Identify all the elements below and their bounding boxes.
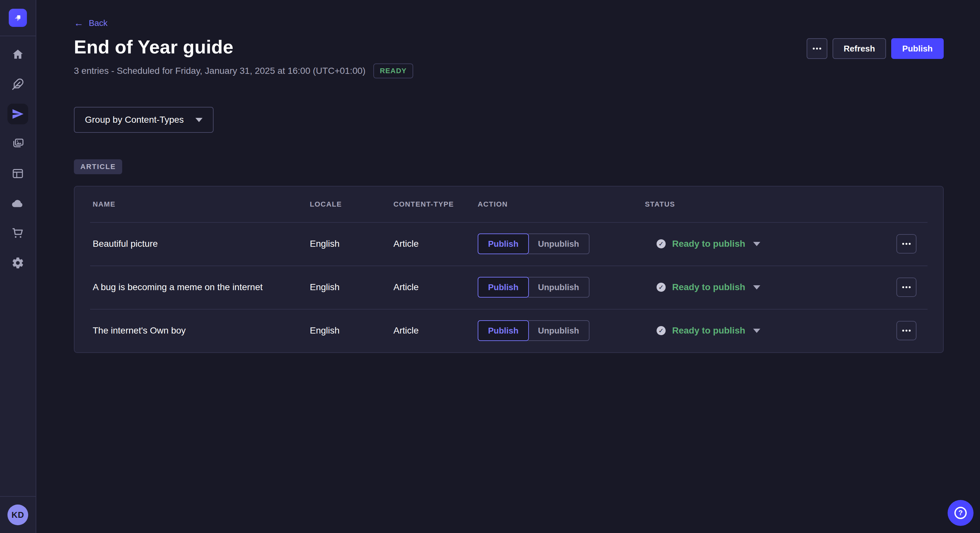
table-row: A bug is becoming a meme on the internet… xyxy=(75,265,943,309)
status-label: Ready to publish xyxy=(672,282,745,292)
entry-status[interactable]: ✓ Ready to publish xyxy=(645,325,896,336)
publish-toggle[interactable]: Publish xyxy=(478,233,529,254)
status-label: Ready to publish xyxy=(672,239,745,249)
paper-plane-icon xyxy=(11,108,24,121)
release-subtitle: 3 entries - Scheduled for Friday, Januar… xyxy=(74,66,366,76)
chevron-down-icon xyxy=(753,242,760,246)
page-title: End of Year guide xyxy=(74,36,413,58)
help-button[interactable]: ? xyxy=(948,500,974,526)
entry-status[interactable]: ✓ Ready to publish xyxy=(645,282,896,292)
cart-icon xyxy=(11,227,24,240)
content-type-group-badge: ARTICLE xyxy=(74,159,122,174)
entry-locale: English xyxy=(310,239,393,249)
row-more-button[interactable] xyxy=(896,321,916,340)
chevron-down-icon xyxy=(753,329,760,333)
back-link[interactable]: ← Back xyxy=(74,18,108,28)
entry-more-cell xyxy=(896,234,917,254)
back-label: Back xyxy=(89,18,108,28)
sidebar-logo-section xyxy=(0,0,36,36)
check-circle-icon: ✓ xyxy=(657,326,666,335)
unpublish-toggle[interactable]: Unpublish xyxy=(528,277,590,298)
question-mark-icon: ? xyxy=(955,507,967,519)
subtitle-row: 3 entries - Scheduled for Friday, Januar… xyxy=(74,63,413,78)
group-by-label: Group by Content-Types xyxy=(85,115,184,125)
sidebar-item-content-type-builder[interactable] xyxy=(8,163,28,184)
avatar[interactable]: KD xyxy=(8,504,28,525)
column-header-action: ACTION xyxy=(478,200,645,209)
strapi-logo[interactable] xyxy=(9,9,27,27)
publish-toggle[interactable]: Publish xyxy=(478,320,529,341)
home-icon xyxy=(11,48,24,61)
more-horizontal-icon xyxy=(905,243,907,245)
entry-action-group: Publish Unpublish xyxy=(478,320,645,341)
status-badge: READY xyxy=(373,63,413,78)
entry-locale: English xyxy=(310,282,393,292)
back-arrow-icon: ← xyxy=(74,18,84,28)
sidebar-nav xyxy=(0,36,36,496)
entry-name: A bug is becoming a meme on the internet xyxy=(93,282,310,292)
header-actions: Refresh Publish xyxy=(807,38,944,59)
page-header: ← Back End of Year guide 3 entries - Sch… xyxy=(74,17,944,78)
sidebar-item-media-library[interactable] xyxy=(8,133,28,154)
entry-more-cell xyxy=(896,278,917,297)
publish-release-button[interactable]: Publish xyxy=(891,38,944,59)
column-header-content-type: CONTENT-TYPE xyxy=(393,200,478,209)
entries-table-card: NAME LOCALE CONTENT-TYPE ACTION STATUS B… xyxy=(74,186,944,353)
table-row: The internet's Own boy English Article P… xyxy=(75,309,943,352)
check-circle-icon: ✓ xyxy=(657,239,666,248)
table-row: Beautiful picture English Article Publis… xyxy=(75,222,943,265)
entry-name: Beautiful picture xyxy=(93,239,310,249)
entry-name: The internet's Own boy xyxy=(93,325,310,336)
entry-more-cell xyxy=(896,321,917,340)
unpublish-toggle[interactable]: Unpublish xyxy=(528,233,590,254)
more-horizontal-icon xyxy=(816,48,818,49)
sidebar-item-cloud[interactable] xyxy=(8,193,28,214)
entry-locale: English xyxy=(310,325,393,336)
sidebar-footer: KD xyxy=(0,496,36,533)
row-more-button[interactable] xyxy=(896,278,916,297)
entry-content-type: Article xyxy=(393,239,478,249)
layout-icon xyxy=(11,167,24,180)
chevron-down-icon xyxy=(196,118,202,122)
column-header-name: NAME xyxy=(93,200,310,209)
more-horizontal-icon xyxy=(905,330,907,332)
row-more-button[interactable] xyxy=(896,234,916,254)
sidebar-item-releases[interactable] xyxy=(8,104,28,124)
group-by-dropdown[interactable]: Group by Content-Types xyxy=(74,107,213,133)
entry-status[interactable]: ✓ Ready to publish xyxy=(645,239,896,249)
cloud-icon xyxy=(11,197,25,210)
sidebar-item-marketplace[interactable] xyxy=(8,223,28,244)
check-circle-icon: ✓ xyxy=(657,283,666,292)
refresh-button[interactable]: Refresh xyxy=(832,38,886,59)
photos-icon xyxy=(11,137,24,150)
sidebar-item-home[interactable] xyxy=(8,44,28,65)
sidebar: KD xyxy=(0,0,36,533)
entry-content-type: Article xyxy=(393,282,478,292)
sidebar-item-settings[interactable] xyxy=(8,252,28,273)
entry-action-group: Publish Unpublish xyxy=(478,277,645,298)
column-header-locale: LOCALE xyxy=(310,200,393,209)
unpublish-toggle[interactable]: Unpublish xyxy=(528,320,590,341)
sidebar-item-content-manager[interactable] xyxy=(8,74,28,95)
chevron-down-icon xyxy=(753,285,760,289)
more-horizontal-icon xyxy=(905,286,907,288)
page-header-left: ← Back End of Year guide 3 entries - Sch… xyxy=(74,17,413,78)
toolbar: Group by Content-Types xyxy=(74,107,944,133)
entry-content-type: Article xyxy=(393,325,478,336)
app-root: KD ← Back End of Year guide 3 entries - … xyxy=(0,0,980,533)
release-more-button[interactable] xyxy=(807,38,827,59)
strapi-logo-icon xyxy=(12,12,24,24)
status-label: Ready to publish xyxy=(672,325,745,336)
entry-action-group: Publish Unpublish xyxy=(478,233,645,254)
table-header-row: NAME LOCALE CONTENT-TYPE ACTION STATUS xyxy=(75,187,943,222)
main-content: ← Back End of Year guide 3 entries - Sch… xyxy=(37,0,980,533)
publish-toggle[interactable]: Publish xyxy=(478,277,529,298)
gear-icon xyxy=(11,257,24,270)
feather-icon xyxy=(12,78,24,90)
column-header-status: STATUS xyxy=(645,200,896,209)
